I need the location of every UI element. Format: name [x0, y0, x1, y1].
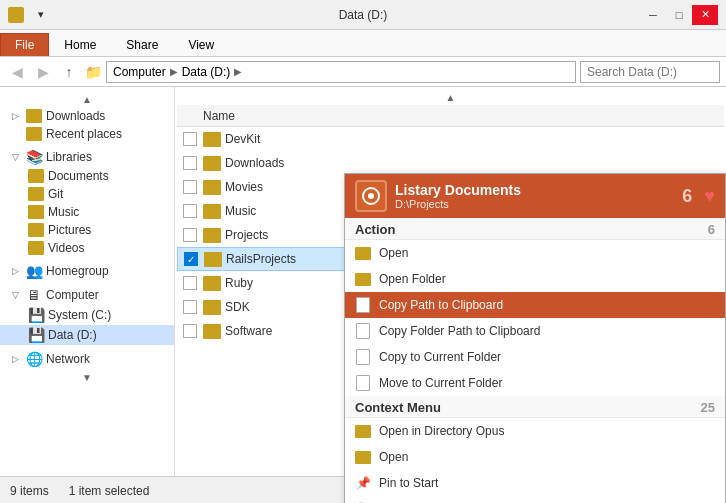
path-icon: 📁 — [84, 61, 102, 83]
action-label: Action — [355, 222, 395, 237]
action-item-copy-folder-path[interactable]: Copy Folder Path to Clipboard — [345, 318, 725, 344]
quick-access-btn-1[interactable]: ▾ — [28, 5, 54, 25]
window-title: Data (D:) — [339, 8, 388, 22]
path-computer[interactable]: Computer — [113, 65, 166, 79]
path-data[interactable]: Data (D:) — [182, 65, 231, 79]
listary-title: Listary Documents — [395, 182, 521, 198]
context-open-label: Open — [379, 450, 408, 464]
back-button[interactable]: ◀ — [6, 61, 28, 83]
context-count: 25 — [701, 400, 715, 415]
folder-icon — [355, 271, 371, 287]
context-item-opus[interactable]: Open in Directory Opus — [345, 418, 725, 444]
minimize-button[interactable]: ─ — [640, 5, 666, 25]
context-item-search[interactable]: 🔍 Search Everything... — [345, 496, 725, 503]
tab-share[interactable]: Share — [111, 33, 173, 56]
action-copy-path-label: Copy Path to Clipboard — [379, 298, 503, 312]
path-arrow-1: ▶ — [170, 66, 178, 77]
context-section-header: Context Menu 25 — [345, 396, 725, 418]
action-open-label: Open — [379, 246, 408, 260]
folder-icon — [355, 245, 371, 261]
action-item-move-current[interactable]: Move to Current Folder — [345, 370, 725, 396]
path-arrow-2: ▶ — [234, 66, 242, 77]
tab-home[interactable]: Home — [49, 33, 111, 56]
context-opus-label: Open in Directory Opus — [379, 424, 504, 438]
action-copy-current-label: Copy to Current Folder — [379, 350, 501, 364]
action-item-open-folder[interactable]: Open Folder — [345, 266, 725, 292]
maximize-button[interactable]: □ — [666, 5, 692, 25]
action-item-open[interactable]: Open — [345, 240, 725, 266]
search-input[interactable] — [580, 61, 720, 83]
folder-icon — [355, 449, 371, 465]
action-section-header: Action 6 — [345, 218, 725, 240]
title-bar: ▾ Data (D:) ─ □ ✕ — [0, 0, 726, 30]
context-menu: Listary Documents D:\Projects 6 ♥ Action… — [344, 173, 726, 503]
doc-icon — [355, 349, 371, 365]
listary-header: Listary Documents D:\Projects 6 ♥ — [345, 174, 725, 218]
folder-icon — [355, 423, 371, 439]
selected-count: 1 item selected — [69, 484, 150, 498]
window-controls: ─ □ ✕ — [640, 5, 718, 25]
quick-access-toolbar: ▾ — [8, 5, 54, 25]
heart-icon: ♥ — [704, 186, 715, 207]
listary-count: 6 — [682, 186, 692, 207]
folder-icon — [8, 7, 24, 23]
address-bar: ◀ ▶ ↑ 📁 Computer ▶ Data (D:) ▶ — [0, 57, 726, 87]
up-button[interactable]: ↑ — [58, 61, 80, 83]
main-area: ▲ ▷ Downloads Recent places ▽ 📚 Librarie… — [0, 87, 726, 476]
ribbon: File Home Share View — [0, 30, 726, 57]
action-copy-folder-path-label: Copy Folder Path to Clipboard — [379, 324, 540, 338]
context-pin-label: Pin to Start — [379, 476, 438, 490]
context-menu-overlay: Listary Documents D:\Projects 6 ♥ Action… — [0, 87, 726, 476]
ribbon-tabs: File Home Share View — [0, 30, 726, 56]
pin-icon: 📌 — [355, 475, 371, 491]
action-open-folder-label: Open Folder — [379, 272, 446, 286]
svg-point-1 — [368, 193, 374, 199]
doc-icon — [355, 375, 371, 391]
listary-subtitle: D:\Projects — [395, 198, 521, 210]
item-count: 9 items — [10, 484, 49, 498]
action-count: 6 — [708, 222, 715, 237]
listary-icon — [355, 180, 387, 212]
address-path[interactable]: Computer ▶ Data (D:) ▶ — [106, 61, 576, 83]
context-item-open[interactable]: Open — [345, 444, 725, 470]
listary-info: Listary Documents D:\Projects — [395, 182, 521, 210]
context-label: Context Menu — [355, 400, 441, 415]
forward-button[interactable]: ▶ — [32, 61, 54, 83]
doc-icon — [355, 297, 371, 313]
tab-file[interactable]: File — [0, 33, 49, 56]
tab-view[interactable]: View — [173, 33, 229, 56]
action-move-current-label: Move to Current Folder — [379, 376, 502, 390]
close-button[interactable]: ✕ — [692, 5, 718, 25]
context-item-pin[interactable]: 📌 Pin to Start — [345, 470, 725, 496]
action-item-copy-current[interactable]: Copy to Current Folder — [345, 344, 725, 370]
doc-icon — [355, 323, 371, 339]
action-item-copy-path[interactable]: Copy Path to Clipboard — [345, 292, 725, 318]
